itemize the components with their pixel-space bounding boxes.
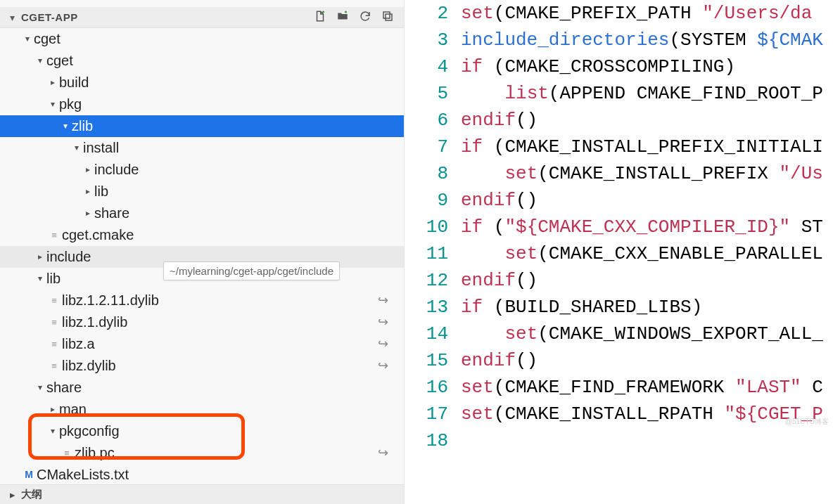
line-number: 5 <box>405 80 461 107</box>
code-line[interactable] <box>461 427 833 454</box>
file-label: zlib.pc <box>73 442 115 464</box>
code-line[interactable]: endif() <box>461 347 833 374</box>
document-icon <box>48 290 61 311</box>
tree-file-libz-1[interactable]: libz.1.dylib ↪ <box>0 311 404 333</box>
tree-folder-pkg[interactable]: pkg <box>0 93 404 115</box>
tree-folder-share-root[interactable]: share <box>0 377 404 399</box>
file-label: libz.1.dylib <box>61 311 127 333</box>
document-icon <box>61 442 73 464</box>
file-label: libz.a <box>61 333 95 355</box>
code-line[interactable]: set(CMAKE_WINDOWS_EXPORT_ALL_ <box>461 321 833 347</box>
code-line[interactable]: include_directories(SYSTEM ${CMAK <box>461 27 833 53</box>
refresh-icon[interactable] <box>359 10 371 25</box>
code-editor[interactable]: 23456789101112131415161718 set(CMAKE_PRE… <box>405 0 833 504</box>
code-line[interactable]: set(CMAKE_PREFIX_PATH "/Users/da <box>461 0 833 27</box>
folder-label: install <box>82 137 119 159</box>
outline-header[interactable]: 大纲 <box>0 484 404 504</box>
tree-file-libz-1211[interactable]: libz.1.2.11.dylib ↪ <box>0 290 404 311</box>
header-actions <box>314 10 400 25</box>
code-line[interactable]: set(CMAKE_INSTALL_PREFIX "/Us <box>461 160 833 187</box>
collapse-all-icon[interactable] <box>381 10 394 25</box>
line-number: 11 <box>405 240 461 267</box>
code-line[interactable]: set(CMAKE_INSTALL_RPATH "${CGET_P <box>461 401 833 427</box>
line-number: 14 <box>405 321 461 347</box>
code-line[interactable]: if ("${CMAKE_CXX_COMPILER_ID}" ST <box>461 214 833 240</box>
line-number: 10 <box>405 214 461 240</box>
tree-folder-cget[interactable]: cget <box>0 28 404 50</box>
line-number: 3 <box>405 27 461 53</box>
code-line[interactable]: list(APPEND CMAKE_FIND_ROOT_P <box>461 80 833 107</box>
tree-folder-man[interactable]: man <box>0 399 404 420</box>
tree-folder-install[interactable]: install <box>0 137 404 159</box>
tree-folder-cget-inner[interactable]: cget <box>0 50 404 72</box>
code-line[interactable]: endif() <box>461 107 833 134</box>
chevron-down-icon <box>35 377 45 399</box>
tree-file-zlib-pc[interactable]: zlib.pc ↪ <box>0 442 404 464</box>
code-line[interactable]: set(CMAKE_CXX_ENABLE_PARALLEL <box>461 240 833 267</box>
tree-file-libz-dylib[interactable]: libz.dylib ↪ <box>0 355 404 377</box>
folder-label: man <box>58 399 87 420</box>
tree-file-libz-a[interactable]: libz.a ↪ <box>0 333 404 355</box>
folder-label: cget <box>45 50 73 72</box>
tree-file-cmakelists[interactable]: M CMakeLists.txt <box>0 464 404 484</box>
folder-label: pkgconfig <box>58 420 120 442</box>
code-line[interactable]: endif() <box>461 187 833 214</box>
file-label: libz.1.2.11.dylib <box>61 290 159 311</box>
symlink-icon: ↪ <box>378 290 388 311</box>
document-icon <box>48 333 61 355</box>
code-line[interactable]: if (CMAKE_INSTALL_PREFIX_INITIALI <box>461 134 833 160</box>
line-number: 17 <box>405 401 461 427</box>
symlink-icon: ↪ <box>378 311 388 333</box>
tree-folder-include[interactable]: include <box>0 159 404 181</box>
code-area[interactable]: set(CMAKE_PREFIX_PATH "/Users/dainclude_… <box>461 0 833 504</box>
chevron-right-icon <box>83 202 93 224</box>
line-number: 4 <box>405 53 461 80</box>
chevron-down-icon <box>23 28 32 50</box>
file-tree: cget cget build pkg zlib install include <box>0 28 404 484</box>
symlink-icon: ↪ <box>378 333 388 355</box>
chevron-right-icon <box>48 399 58 420</box>
chevron-down-icon <box>35 50 45 72</box>
tree-folder-lib[interactable]: lib <box>0 181 404 202</box>
tree-folder-zlib[interactable]: zlib <box>0 115 404 137</box>
tree-folder-pkgconfig[interactable]: pkgconfig <box>0 420 404 442</box>
line-number: 2 <box>405 0 461 27</box>
line-number: 6 <box>405 107 461 134</box>
file-label: cget.cmake <box>61 224 134 246</box>
tree-folder-share[interactable]: share <box>0 202 404 224</box>
code-line[interactable]: endif() <box>461 267 833 294</box>
line-number: 13 <box>405 294 461 321</box>
code-line[interactable]: set(CMAKE_FIND_FRAMEWORK "LAST" C <box>461 374 833 401</box>
document-icon <box>48 311 61 333</box>
chevron-right-icon <box>35 246 45 268</box>
new-folder-icon[interactable] <box>336 10 349 25</box>
spacer <box>0 0 404 7</box>
chevron-down-icon[interactable] <box>10 12 18 23</box>
tree-file-cget-cmake[interactable]: cget.cmake <box>0 224 404 246</box>
cmake-icon: M <box>23 469 35 482</box>
symlink-icon: ↪ <box>378 442 388 464</box>
chevron-right-icon <box>83 159 93 181</box>
chevron-down-icon <box>48 93 58 115</box>
code-line[interactable]: if (CMAKE_CROSSCOMPILING) <box>461 53 833 80</box>
path-tooltip: ~/mylearning/cget-app/cget/include <box>163 261 340 280</box>
line-number: 18 <box>405 427 461 454</box>
tree-folder-build[interactable]: build <box>0 72 404 93</box>
chevron-right-icon <box>48 72 58 93</box>
chevron-down-icon <box>72 137 82 159</box>
file-label: libz.dylib <box>61 355 116 377</box>
outline-label: 大纲 <box>18 488 42 501</box>
line-number: 12 <box>405 267 461 294</box>
line-number: 8 <box>405 160 461 187</box>
svg-rect-0 <box>383 12 390 18</box>
project-title: CGET-APP <box>18 11 314 23</box>
chevron-right-icon <box>10 489 18 501</box>
code-line[interactable]: if (BUILD_SHARED_LIBS) <box>461 294 833 321</box>
new-file-icon[interactable] <box>314 10 326 25</box>
symlink-icon: ↪ <box>378 355 388 377</box>
file-explorer: CGET-APP cget cget build <box>0 0 405 504</box>
svg-rect-1 <box>386 14 392 20</box>
chevron-down-icon <box>61 115 70 137</box>
project-header[interactable]: CGET-APP <box>0 7 404 28</box>
document-icon <box>48 224 61 246</box>
